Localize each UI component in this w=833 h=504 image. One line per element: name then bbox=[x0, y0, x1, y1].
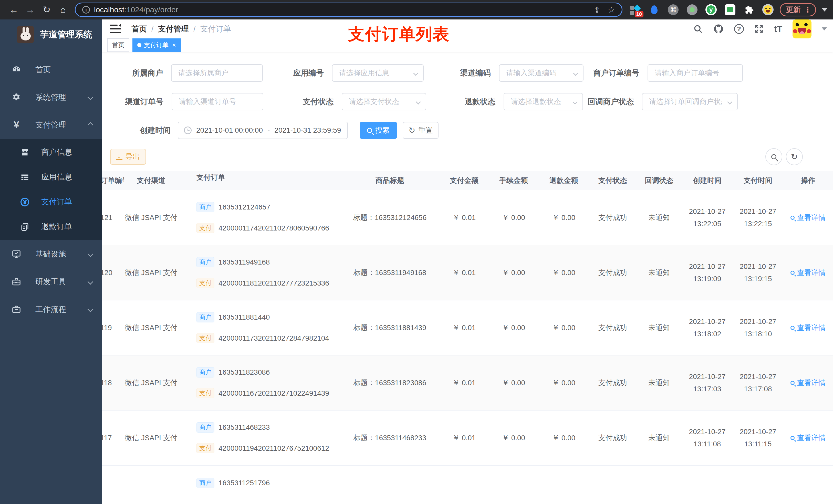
browser-update-button[interactable]: 更新 ⋮ bbox=[780, 3, 816, 16]
site-info-icon[interactable]: i bbox=[82, 6, 90, 14]
view-detail-link[interactable]: 查看详情 bbox=[790, 377, 826, 389]
app-select[interactable] bbox=[332, 65, 423, 81]
home-icon[interactable]: ⌂ bbox=[56, 3, 70, 16]
chevron-down-icon bbox=[88, 251, 94, 257]
merchant-order-no-input[interactable] bbox=[648, 65, 742, 81]
search-icon bbox=[790, 436, 794, 440]
merchant-order-no: 1635311468233 bbox=[218, 421, 270, 434]
extension-command-icon[interactable]: ⌘ bbox=[668, 4, 679, 15]
breadcrumb-home[interactable]: 首页 bbox=[132, 24, 147, 34]
update-label: 更新 bbox=[786, 5, 801, 15]
help-icon[interactable]: ? bbox=[734, 24, 744, 34]
export-button[interactable]: 导出 bbox=[110, 149, 146, 165]
search-icon[interactable] bbox=[693, 24, 703, 34]
app: 芋道管理系统 首页 系统管理 ¥ bbox=[0, 20, 833, 504]
channel-code-select[interactable] bbox=[499, 65, 583, 81]
sidebar-item-pay[interactable]: ¥ 支付管理 bbox=[0, 111, 102, 139]
yen-circle-icon bbox=[19, 197, 30, 207]
sidebar-item-label: 支付订单 bbox=[41, 197, 72, 207]
pay-status-select[interactable] bbox=[342, 94, 426, 110]
sidebar-item-pay-order[interactable]: 支付订单 bbox=[0, 190, 102, 214]
dashboard-icon bbox=[11, 65, 22, 74]
extension-emoji-icon[interactable] bbox=[762, 4, 774, 15]
fullscreen-icon[interactable] bbox=[754, 24, 764, 34]
back-icon[interactable]: ← bbox=[7, 3, 21, 16]
breadcrumb-separator: / bbox=[193, 25, 195, 33]
col-header-pay-time: 支付时间 bbox=[733, 171, 783, 190]
close-icon[interactable]: × bbox=[172, 41, 176, 49]
avatar[interactable] bbox=[792, 20, 811, 39]
extensions-area: 10 ⌘ y bbox=[629, 4, 774, 15]
product-title: 标题：1635311823086 bbox=[340, 356, 440, 410]
extension-chat-icon[interactable] bbox=[724, 4, 736, 15]
toolbar-overflow-caret-icon[interactable] bbox=[822, 8, 827, 11]
address-bar[interactable]: i localhost:1024/pay/order ⇪ ☆ bbox=[75, 3, 622, 17]
tag-pay-order[interactable]: 支付订单 × bbox=[133, 39, 181, 52]
tag-home[interactable]: 首页 bbox=[107, 39, 129, 52]
merchant-order-no: 1635311949168 bbox=[218, 256, 270, 268]
user-menu-caret-icon[interactable] bbox=[822, 27, 827, 30]
yen-icon: ¥ bbox=[11, 120, 22, 130]
view-detail-link[interactable]: 查看详情 bbox=[790, 322, 826, 334]
breadcrumb-pay[interactable]: 支付管理 bbox=[158, 24, 189, 34]
reset-button[interactable]: ↻ 重置 bbox=[403, 122, 438, 139]
pay-tag: 支付 bbox=[196, 278, 214, 288]
search-button[interactable]: 搜索 bbox=[360, 122, 397, 139]
sidebar-item-merchant-info[interactable]: 商户信息 bbox=[0, 140, 102, 165]
refresh-table-button[interactable]: ↻ bbox=[786, 148, 803, 165]
sidebar-item-system[interactable]: 系统管理 bbox=[0, 83, 102, 111]
refund-amount: ￥ 0.00 bbox=[539, 301, 589, 355]
sidebar-item-app-info[interactable]: 应用信息 bbox=[0, 165, 102, 190]
date-range-picker[interactable]: 2021-10-01 00:00:00 - 2021-10-31 23:59:5… bbox=[178, 122, 348, 139]
pay-time: 2021-10-27 13:18:10 bbox=[733, 301, 783, 355]
share-icon[interactable]: ⇪ bbox=[594, 5, 601, 15]
extension-vue-icon[interactable]: y bbox=[706, 4, 717, 15]
view-detail-link[interactable]: 查看详情 bbox=[790, 212, 826, 224]
col-header-refund: 退款金额 bbox=[539, 171, 589, 190]
show-search-button[interactable] bbox=[765, 148, 782, 165]
pay-time: 2021-10-27 13:17:08 bbox=[733, 356, 783, 410]
extension-grid-icon[interactable]: 10 bbox=[629, 4, 641, 15]
sidebar-item-home[interactable]: 首页 bbox=[0, 56, 102, 83]
sidebar-item-workflow[interactable]: 工作流程 bbox=[0, 295, 102, 323]
forward-icon[interactable]: → bbox=[24, 3, 37, 16]
active-dot bbox=[137, 43, 141, 47]
sidebar-item-infra[interactable]: 基础设施 bbox=[0, 240, 102, 268]
refund-amount: ￥ 0.00 bbox=[539, 356, 589, 410]
pay-status: 支付成功 bbox=[589, 301, 637, 355]
browser-menu-icon[interactable]: ⋮ bbox=[804, 6, 811, 14]
github-icon[interactable] bbox=[713, 24, 724, 34]
sidebar-item-refund-order[interactable]: 退款订单 bbox=[0, 214, 102, 239]
merchant-input[interactable] bbox=[172, 65, 262, 81]
view-detail-link[interactable]: 查看详情 bbox=[790, 432, 826, 444]
table-row: 119 微信 JSAPI 支付 商户1635311881440 支付420000… bbox=[102, 301, 833, 356]
sidebar-item-label: 基础设施 bbox=[35, 249, 88, 259]
search-icon bbox=[771, 154, 777, 159]
merchant-tag: 商户 bbox=[196, 257, 214, 267]
order-id: 117 bbox=[102, 432, 112, 444]
reload-icon[interactable]: ↻ bbox=[40, 3, 53, 16]
extension-balloon-icon[interactable] bbox=[648, 4, 660, 15]
font-size-icon[interactable]: tT bbox=[774, 24, 782, 34]
product-title: 标题：1635311949168 bbox=[340, 245, 440, 300]
merchant-order-no: 1635311251796 bbox=[218, 477, 270, 489]
notify-status-select[interactable] bbox=[642, 94, 737, 110]
merchant-order-no: 1635312124657 bbox=[218, 201, 270, 213]
date-end: 2021-10-31 23:59:59 bbox=[274, 126, 341, 135]
refund-status-select[interactable] bbox=[504, 94, 582, 110]
channel-order-no-input[interactable] bbox=[172, 94, 263, 110]
sidebar-item-devtools[interactable]: 研发工具 bbox=[0, 268, 102, 295]
extension-puzzle-icon[interactable] bbox=[743, 4, 755, 15]
bookmark-star-icon[interactable]: ☆ bbox=[608, 5, 615, 15]
pay-amount: ￥ 0.01 bbox=[440, 190, 489, 245]
tags-view: 首页 支付订单 × bbox=[102, 39, 833, 52]
view-detail-link[interactable]: 查看详情 bbox=[790, 267, 826, 279]
pay-tag: 支付 bbox=[196, 333, 214, 343]
extension-dot-icon[interactable] bbox=[687, 4, 698, 15]
channel-order-no: 4200001181202110277723215336 bbox=[218, 277, 329, 289]
create-time: 2021-10-27 13:19:09 bbox=[682, 245, 733, 300]
table-row: 117 微信 JSAPI 支付 商户1635311468233 支付420000… bbox=[102, 410, 833, 465]
logo[interactable]: 芋道管理系统 bbox=[0, 20, 102, 50]
pay-time: 2021-10-27 13:22:15 bbox=[733, 190, 783, 245]
collapse-sidebar-icon[interactable] bbox=[110, 24, 121, 34]
